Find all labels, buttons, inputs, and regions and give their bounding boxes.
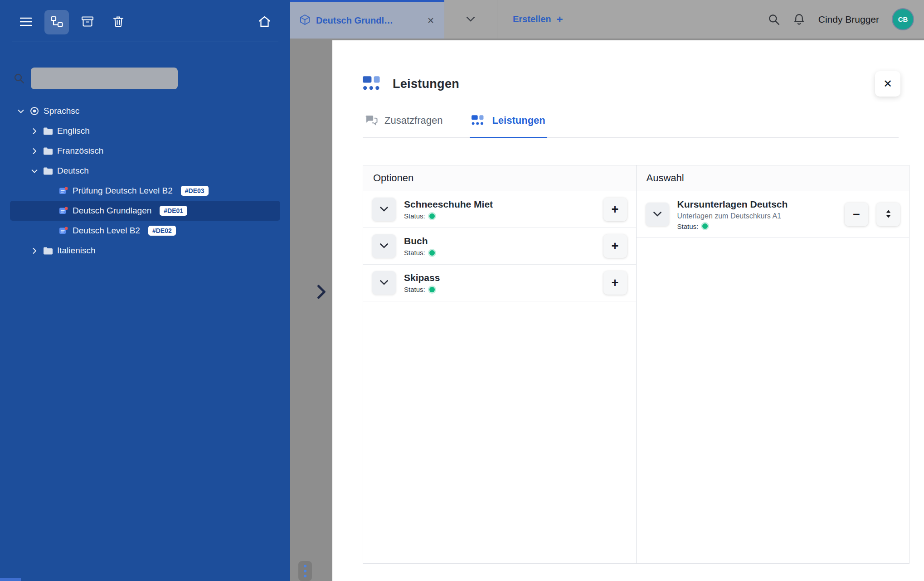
chevron-right-icon <box>316 285 326 300</box>
add-option-button[interactable]: + <box>603 271 627 295</box>
tree-item-italienisch[interactable]: Italienisch <box>10 241 280 261</box>
user-name[interactable]: Cindy Brugger <box>818 14 879 25</box>
chevron-right-icon[interactable] <box>30 149 39 153</box>
option-main: Schneeschuhe Miet Status: <box>404 199 595 220</box>
status-dot-icon <box>429 250 435 256</box>
tree-item-label: Deutsch <box>57 166 89 176</box>
chat-bubbles-icon <box>365 115 378 126</box>
option-row-schneeschuhe: Schneeschuhe Miet Status: + <box>363 191 636 228</box>
tab-deutsch-grundlagen[interactable]: Deutsch Grundl… ✕ <box>290 0 444 39</box>
tree-item-sprachsc[interactable]: Sprachsc <box>10 101 280 121</box>
course-icon <box>59 206 68 215</box>
selection-subtitle: Unterlagen zum Deutschkurs A1 <box>677 212 835 220</box>
chevron-down-icon <box>653 211 661 218</box>
status-line: Status: <box>404 212 595 220</box>
selection-header: Auswahl <box>637 165 909 191</box>
add-option-button[interactable]: + <box>603 198 627 221</box>
tree-item-deutsch-grundlagen[interactable]: Deutsch Grundlagen #DE01 <box>10 201 280 221</box>
trash-button[interactable] <box>106 10 131 34</box>
chevron-down-icon[interactable] <box>30 169 39 173</box>
leistungen-icon <box>363 76 383 92</box>
expand-selection-button[interactable] <box>646 203 669 226</box>
status-line: Status: <box>404 286 595 293</box>
avatar[interactable]: CB <box>893 9 913 29</box>
status-dot-icon <box>702 223 708 229</box>
tree-item-deutsch-level-b2[interactable]: Deutsch Level B2 #DE02 <box>10 221 280 241</box>
menu-button[interactable] <box>14 10 38 34</box>
chevron-right-icon[interactable] <box>30 129 39 133</box>
expand-option-button[interactable] <box>372 271 396 295</box>
tree-item-label: Englisch <box>57 126 90 136</box>
status-dot-icon <box>429 213 435 219</box>
sidebar: Sprachsc Englisch Französisch <box>0 0 290 581</box>
panel-title: Leistungen <box>393 77 459 91</box>
search-icon <box>14 73 24 84</box>
hamburger-icon <box>20 17 32 28</box>
close-panel-button[interactable]: ✕ <box>875 71 900 97</box>
home-icon <box>258 16 271 29</box>
status-label: Status: <box>677 223 699 230</box>
tab-label: Leistungen <box>492 115 545 126</box>
status-line: Status: <box>404 249 595 257</box>
selection-main: Kursunterlagen Deutsch Unterlagen zum De… <box>677 199 835 230</box>
add-option-button[interactable]: + <box>603 234 627 258</box>
archive-icon <box>82 16 93 29</box>
tree-item-label: Sprachsc <box>44 106 79 116</box>
kebab-handle-icon[interactable] <box>298 561 312 581</box>
reorder-button[interactable] <box>876 203 900 226</box>
global-search-icon[interactable] <box>768 14 780 25</box>
panel-tabs: Zusatzfragen Leistungen <box>363 115 899 138</box>
chevron-right-icon[interactable] <box>30 249 39 253</box>
option-title: Skipass <box>404 272 595 283</box>
expand-panel-button[interactable] <box>316 285 326 300</box>
expand-option-button[interactable] <box>372 198 396 221</box>
chevron-down-icon[interactable] <box>16 109 25 113</box>
option-title: Buch <box>404 236 595 247</box>
tab-leistungen[interactable]: Leistungen <box>470 115 547 137</box>
options-column: Optionen Schneeschuhe Miet Status: + <box>363 165 636 563</box>
option-row-buch: Buch Status: + <box>363 228 636 265</box>
selection-row-kursunterlagen: Kursunterlagen Deutsch Unterlagen zum De… <box>637 191 909 238</box>
tree-item-deutsch[interactable]: Deutsch <box>10 161 280 181</box>
tree-item-label: Prüfung Deutsch Level B2 <box>73 186 173 196</box>
course-cube-icon <box>300 15 310 27</box>
tab-zusatzfragen[interactable]: Zusatzfragen <box>363 115 444 137</box>
sidebar-toolbar <box>0 0 290 42</box>
panel-header: Leistungen ✕ <box>363 71 900 97</box>
tab-close-icon[interactable]: ✕ <box>427 15 434 26</box>
option-main: Skipass Status: <box>404 272 595 293</box>
options-header: Optionen <box>363 165 636 191</box>
selection-title: Kursunterlagen Deutsch <box>677 199 835 210</box>
status-label: Status: <box>404 212 425 220</box>
tree-view-button[interactable] <box>44 10 69 34</box>
leistungen-panel: Leistungen ✕ Zusatzfragen <box>332 40 924 581</box>
tab-list-dropdown[interactable] <box>444 0 497 39</box>
course-code-badge: #DE01 <box>160 206 187 216</box>
option-main: Buch Status: <box>404 236 595 257</box>
folder-icon <box>44 247 53 255</box>
tree-item-pruefung-deutsch-b2[interactable]: Prüfung Deutsch Level B2 #DE03 <box>10 181 280 201</box>
tree-search-input[interactable] <box>31 68 178 89</box>
scrollbar-thumb[interactable] <box>0 578 21 581</box>
archive-button[interactable] <box>75 10 100 34</box>
tree-item-franzoesisch[interactable]: Französisch <box>10 141 280 161</box>
selection-column: Auswahl Kursunterlagen Deutsch Unterlage… <box>636 165 909 563</box>
folder-icon <box>44 147 53 155</box>
remove-selection-button[interactable]: − <box>845 203 868 226</box>
option-row-skipass: Skipass Status: + <box>363 265 636 301</box>
expand-option-button[interactable] <box>372 234 396 258</box>
topbar: Deutsch Grundl… ✕ Erstellen + Cindy Brug… <box>290 0 924 39</box>
tab-label: Zusatzfragen <box>384 115 443 126</box>
notifications-bell-icon[interactable] <box>793 13 805 25</box>
folder-icon <box>44 127 53 135</box>
home-button[interactable] <box>252 10 277 34</box>
trash-icon <box>113 16 123 29</box>
transfer-columns: Optionen Schneeschuhe Miet Status: + <box>363 165 909 564</box>
sidebar-divider <box>12 42 278 42</box>
plus-icon: + <box>556 13 563 26</box>
tree-item-englisch[interactable]: Englisch <box>10 121 280 141</box>
create-button[interactable]: Erstellen + <box>497 0 579 39</box>
status-dot-icon <box>429 287 435 292</box>
chevron-down-icon <box>380 206 388 213</box>
target-icon <box>30 107 39 116</box>
